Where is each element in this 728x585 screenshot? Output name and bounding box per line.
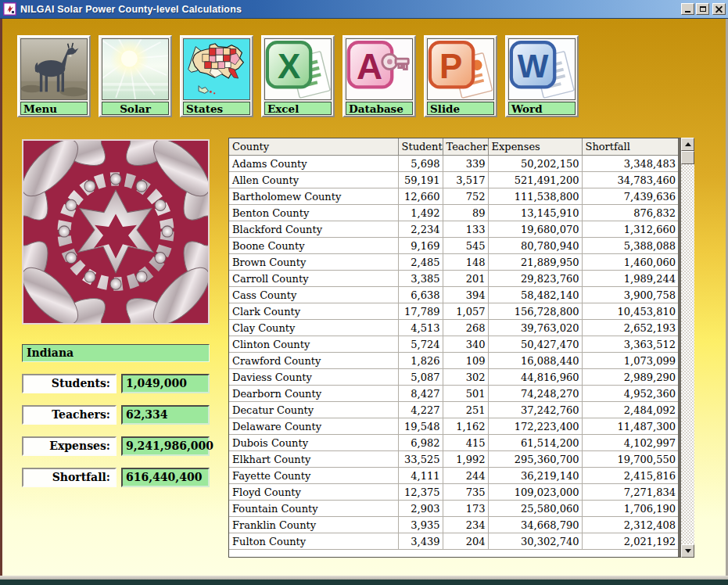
minimize-icon — [685, 11, 690, 13]
table-row[interactable]: Brown County2,48514821,889,9501,460,060 — [229, 254, 678, 271]
table-row[interactable]: Clay County4,51326839,763,0202,652,193 — [229, 320, 678, 336]
minimize-button[interactable] — [681, 3, 694, 15]
value-cell: 6,638 — [398, 287, 443, 303]
value-cell: 1,460,060 — [582, 254, 678, 271]
value-cell: 29,823,760 — [488, 271, 582, 287]
table-row[interactable]: Bartholomew County12,660752111,538,8007,… — [229, 188, 678, 205]
value-cell: 394 — [443, 287, 488, 303]
word-button[interactable]: W Word — [505, 35, 579, 117]
value-cell: 34,668,790 — [488, 517, 582, 533]
table-row[interactable]: Delaware County19,5481,162172,223,40011,… — [229, 418, 678, 435]
value-cell: 340 — [443, 336, 488, 353]
expenses-value-field[interactable]: 9,241,986,000 — [121, 436, 210, 456]
value-cell: 3,439 — [398, 533, 443, 550]
county-name-cell: Adams County — [229, 156, 398, 172]
shortfall-value-field[interactable]: 616,440,400 — [121, 468, 210, 487]
value-cell: 1,073,099 — [582, 353, 678, 369]
menu-button[interactable]: Menu — [17, 35, 91, 117]
powerpoint-logo-icon: P — [427, 38, 494, 100]
column-header-teachers[interactable]: Teachers — [443, 138, 488, 156]
table-row[interactable]: Decatur County4,22725137,242,7602,484,09… — [229, 402, 678, 418]
county-name-cell: Allen County — [229, 172, 398, 188]
students-value-field[interactable]: 1,049,000 — [121, 374, 210, 393]
vertical-scrollbar[interactable] — [681, 138, 694, 558]
maximize-icon — [700, 6, 706, 12]
table-row[interactable]: Carroll County3,38520129,823,7601,989,24… — [229, 271, 678, 287]
county-name-cell: Fulton County — [229, 533, 398, 550]
value-cell: 10,453,810 — [582, 303, 678, 320]
table-row[interactable]: Benton County1,4928913,145,910876,832 — [229, 205, 678, 221]
county-name-cell: Elkhart County — [229, 451, 398, 468]
value-cell: 234 — [443, 517, 488, 533]
county-name-cell: Carroll County — [229, 271, 398, 287]
table-row[interactable]: Elkhart County33,5251,992295,360,70019,7… — [229, 451, 678, 468]
scrollbar-thumb[interactable] — [681, 151, 694, 164]
value-cell: 2,989,290 — [582, 369, 678, 386]
table-row[interactable]: Crawford County1,82610916,088,4401,073,0… — [229, 353, 678, 369]
table-row[interactable]: Daviess County5,08730244,816,9602,989,29… — [229, 369, 678, 386]
scroll-down-button[interactable] — [681, 544, 694, 558]
value-cell: 39,763,020 — [488, 320, 582, 336]
table-row[interactable]: Fulton County3,43920430,302,7402,021,192 — [229, 533, 678, 550]
table-header-row: County Students Teachers Expenses Shortf… — [229, 138, 678, 156]
value-cell: 1,992 — [443, 451, 488, 468]
states-button[interactable]: States — [180, 35, 253, 117]
value-cell: 2,485 — [398, 254, 443, 271]
window-title: NILGAI Solar Power County-level Calculat… — [20, 4, 681, 15]
county-name-cell: Delaware County — [229, 418, 398, 435]
value-cell: 501 — [443, 386, 488, 402]
value-cell: 3,385 — [398, 271, 443, 287]
column-header-shortfall[interactable]: Shortfall — [582, 138, 678, 156]
value-cell: 37,242,760 — [488, 402, 582, 418]
value-cell: 2,652,193 — [582, 320, 678, 336]
table-row[interactable]: Blackford County2,23413319,680,0701,312,… — [229, 221, 678, 238]
value-cell: 16,088,440 — [488, 353, 582, 369]
value-cell: 25,580,060 — [488, 501, 582, 517]
excel-button[interactable]: X Excel — [261, 35, 335, 117]
states-button-label: States — [183, 102, 250, 115]
value-cell: 30,302,740 — [488, 533, 582, 550]
value-cell: 17,789 — [398, 303, 443, 320]
database-button[interactable]: A Database — [342, 35, 416, 117]
maximize-button[interactable] — [696, 3, 709, 15]
scroll-up-button[interactable] — [681, 138, 694, 151]
table-row[interactable]: Franklin County3,93523434,668,7902,312,4… — [229, 517, 678, 533]
table-row[interactable]: Allen County59,1913,517521,491,20034,783… — [229, 172, 678, 188]
table-row[interactable]: Adams County5,69833950,202,1503,348,483 — [229, 156, 678, 172]
value-cell: 6,982 — [398, 435, 443, 451]
table-row[interactable]: Dearborn County8,42750174,248,2704,952,3… — [229, 386, 678, 402]
column-header-expenses[interactable]: Expenses — [488, 138, 582, 156]
county-name-cell: Boone County — [229, 238, 398, 254]
solar-button[interactable]: Solar — [99, 35, 172, 117]
table-row[interactable]: Dubois County6,98241561,514,2004,102,997 — [229, 435, 678, 451]
fractal-image — [22, 139, 210, 325]
value-cell: 19,700,550 — [582, 451, 678, 468]
value-cell: 13,145,910 — [488, 205, 582, 221]
value-cell: 111,538,800 — [488, 188, 582, 205]
county-name-cell: Cass County — [229, 287, 398, 303]
value-cell: 109,023,000 — [488, 484, 582, 501]
teachers-value-field[interactable]: 62,334 — [121, 405, 210, 425]
table-row[interactable]: Clinton County5,72434050,427,4703,363,51… — [229, 336, 678, 353]
shortfall-label: Shortfall: — [22, 468, 117, 487]
value-cell: 521,491,200 — [488, 172, 582, 188]
slide-button[interactable]: P Slide — [424, 35, 497, 117]
table-row[interactable]: Boone County9,16954580,780,9405,388,088 — [229, 238, 678, 254]
solar-button-label: Solar — [102, 102, 169, 115]
column-header-students[interactable]: Students — [398, 138, 443, 156]
county-name-cell: Decatur County — [229, 402, 398, 418]
table-row[interactable]: Cass County6,63839458,482,1403,900,758 — [229, 287, 678, 303]
county-name-cell: Clay County — [229, 320, 398, 336]
value-cell: 5,724 — [398, 336, 443, 353]
close-button[interactable] — [712, 3, 726, 15]
table-row[interactable]: Clark County17,7891,057156,728,80010,453… — [229, 303, 678, 320]
county-name-cell: Daviess County — [229, 369, 398, 386]
column-header-county[interactable]: County — [229, 138, 398, 156]
table-row[interactable]: Fayette County4,11124436,219,1402,415,81… — [229, 468, 678, 484]
value-cell: 36,219,140 — [488, 468, 582, 484]
table-row[interactable]: Fountain County2,90317325,580,0601,706,1… — [229, 501, 678, 517]
value-cell: 9,169 — [398, 238, 443, 254]
table-row[interactable]: Floyd County12,375735109,023,0007,271,83… — [229, 484, 678, 501]
expenses-label: Expenses: — [22, 436, 117, 456]
value-cell: 7,271,834 — [582, 484, 678, 501]
